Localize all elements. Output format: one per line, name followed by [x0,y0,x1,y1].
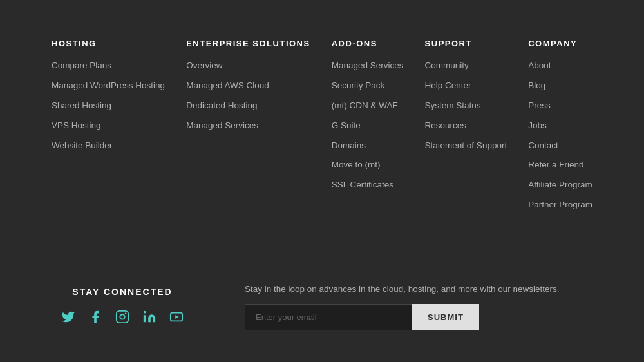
addons-heading: Add-Ons [332,39,404,48]
hosting-link-website-builder[interactable]: Website Builder [52,140,165,152]
footer-bottom: Stay Connected [52,258,592,330]
support-link-community[interactable]: Community [425,60,507,72]
enterprise-link-managed-services[interactable]: Managed Services [186,120,310,132]
company-link-contact[interactable]: Contact [528,140,592,152]
addons-link-domains[interactable]: Domains [332,140,404,152]
hosting-heading: Hosting [52,39,165,48]
enterprise-heading: Enterprise Solutions [186,39,310,48]
hosting-link-managed-wordpress[interactable]: Managed WordPress Hosting [52,80,165,92]
enterprise-link-dedicated[interactable]: Dedicated Hosting [186,100,310,112]
enterprise-column: Enterprise Solutions Overview Managed AW… [186,39,310,219]
company-link-press[interactable]: Press [528,100,592,112]
newsletter-text: Stay in the loop on advances in the clou… [245,284,592,294]
facebook-icon[interactable] [88,310,102,328]
company-link-about[interactable]: About [528,60,592,72]
company-link-affiliate[interactable]: Affiliate Program [528,179,592,191]
youtube-icon[interactable] [169,310,184,328]
stay-connected-heading: Stay Connected [72,287,172,297]
stay-connected-section: Stay Connected [52,287,193,328]
newsletter-form: SUBMIT [245,304,592,330]
support-link-resources[interactable]: Resources [425,120,507,132]
footer-columns: Hosting Compare Plans Managed WordPress … [52,39,592,219]
support-heading: Support [425,39,507,48]
support-link-system-status[interactable]: System Status [425,100,507,112]
svg-point-2 [125,313,127,315]
support-column: Support Community Help Center System Sta… [425,39,507,219]
submit-button[interactable]: SUBMIT [412,304,479,330]
enterprise-link-aws[interactable]: Managed AWS Cloud [186,80,310,92]
company-column: Company About Blog Press Jobs Contact Re… [528,39,592,219]
addons-link-security-pack[interactable]: Security Pack [332,80,404,92]
instagram-icon[interactable] [115,310,129,328]
svg-marker-6 [175,315,179,319]
addons-link-cdn-waf[interactable]: (mt) CDN & WAF [332,100,404,112]
addons-column: Add-Ons Managed Services Security Pack (… [332,39,404,219]
newsletter-section: Stay in the loop on advances in the clou… [245,284,592,330]
svg-point-1 [120,314,124,319]
twitter-icon[interactable] [61,310,75,328]
support-link-help-center[interactable]: Help Center [425,80,507,92]
company-heading: Company [528,39,592,48]
hosting-link-compare-plans[interactable]: Compare Plans [52,60,165,72]
social-icons-group [61,310,184,328]
support-link-statement[interactable]: Statement of Support [425,140,507,152]
svg-rect-0 [117,311,128,323]
linkedin-icon[interactable] [142,310,156,328]
addons-link-managed-services[interactable]: Managed Services [332,60,404,72]
hosting-column: Hosting Compare Plans Managed WordPress … [52,39,165,219]
email-input[interactable] [245,304,412,330]
hosting-link-shared[interactable]: Shared Hosting [52,100,165,112]
footer: Hosting Compare Plans Managed WordPress … [0,0,644,356]
company-link-blog[interactable]: Blog [528,80,592,92]
svg-rect-3 [144,315,146,322]
company-link-refer[interactable]: Refer a Friend [528,159,592,171]
svg-point-4 [144,311,146,314]
addons-link-move[interactable]: Move to (mt) [332,159,404,171]
hosting-link-vps[interactable]: VPS Hosting [52,120,165,132]
addons-link-ssl[interactable]: SSL Certificates [332,179,404,191]
company-link-partner[interactable]: Partner Program [528,199,592,211]
addons-link-gsuite[interactable]: G Suite [332,120,404,132]
company-link-jobs[interactable]: Jobs [528,120,592,132]
enterprise-link-overview[interactable]: Overview [186,60,310,72]
